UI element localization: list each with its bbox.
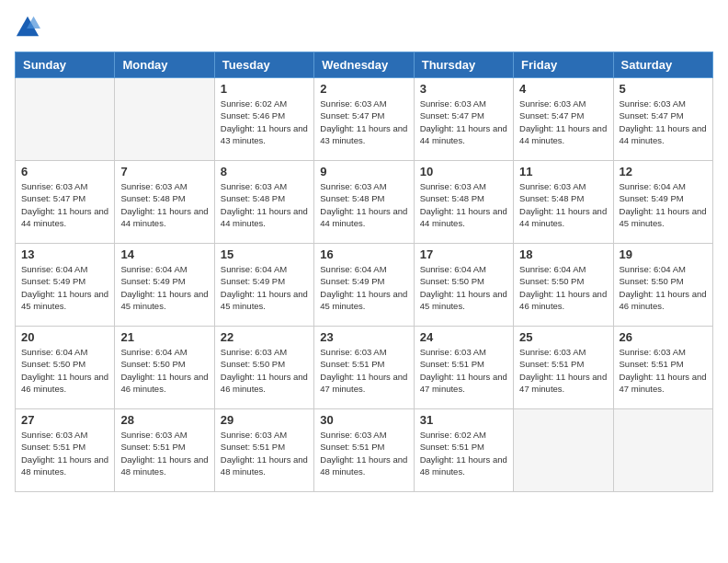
calendar-cell: 18Sunrise: 6:04 AM Sunset: 5:50 PM Dayli…	[514, 244, 613, 327]
day-info: Sunrise: 6:04 AM Sunset: 5:49 PM Dayligh…	[120, 263, 208, 312]
calendar-table: SundayMondayTuesdayWednesdayThursdayFrid…	[15, 52, 713, 492]
calendar-cell: 13Sunrise: 6:04 AM Sunset: 5:49 PM Dayli…	[16, 244, 115, 327]
day-info: Sunrise: 6:03 AM Sunset: 5:48 PM Dayligh…	[120, 180, 208, 229]
column-header-sunday: Sunday	[16, 52, 115, 78]
calendar-cell: 25Sunrise: 6:03 AM Sunset: 5:51 PM Dayli…	[514, 327, 613, 409]
calendar-cell: 21Sunrise: 6:04 AM Sunset: 5:50 PM Dayli…	[115, 327, 214, 409]
day-number: 30	[320, 413, 407, 427]
day-info: Sunrise: 6:03 AM Sunset: 5:47 PM Dayligh…	[519, 98, 607, 146]
week-row-5: 27Sunrise: 6:03 AM Sunset: 5:51 PM Dayli…	[16, 409, 713, 492]
calendar-cell: 30Sunrise: 6:03 AM Sunset: 5:51 PM Dayli…	[314, 409, 414, 492]
calendar-cell	[16, 78, 115, 161]
calendar-cell	[115, 78, 214, 161]
calendar-cell: 5Sunrise: 6:03 AM Sunset: 5:47 PM Daylig…	[613, 78, 712, 161]
day-info: Sunrise: 6:03 AM Sunset: 5:51 PM Dayligh…	[320, 429, 407, 477]
day-number: 8	[221, 165, 308, 178]
day-info: Sunrise: 6:03 AM Sunset: 5:51 PM Dayligh…	[21, 429, 108, 477]
calendar-cell: 7Sunrise: 6:03 AM Sunset: 5:48 PM Daylig…	[115, 161, 214, 244]
calendar-cell	[514, 409, 613, 492]
day-info: Sunrise: 6:03 AM Sunset: 5:47 PM Dayligh…	[620, 98, 707, 146]
day-info: Sunrise: 6:03 AM Sunset: 5:51 PM Dayligh…	[620, 346, 707, 395]
calendar-cell: 26Sunrise: 6:03 AM Sunset: 5:51 PM Dayli…	[613, 327, 712, 409]
day-number: 6	[21, 165, 108, 178]
day-info: Sunrise: 6:02 AM Sunset: 5:51 PM Dayligh…	[420, 429, 507, 477]
day-info: Sunrise: 6:03 AM Sunset: 5:51 PM Dayligh…	[519, 346, 607, 395]
day-info: Sunrise: 6:03 AM Sunset: 5:48 PM Dayligh…	[221, 180, 308, 229]
day-number: 15	[221, 247, 308, 261]
calendar-cell: 3Sunrise: 6:03 AM Sunset: 5:47 PM Daylig…	[414, 78, 513, 161]
calendar-cell: 27Sunrise: 6:03 AM Sunset: 5:51 PM Dayli…	[16, 409, 115, 492]
calendar-cell: 9Sunrise: 6:03 AM Sunset: 5:48 PM Daylig…	[314, 161, 414, 244]
day-info: Sunrise: 6:03 AM Sunset: 5:48 PM Dayligh…	[420, 180, 507, 229]
week-row-4: 20Sunrise: 6:04 AM Sunset: 5:50 PM Dayli…	[16, 327, 713, 409]
calendar-cell: 29Sunrise: 6:03 AM Sunset: 5:51 PM Dayli…	[214, 409, 313, 492]
day-number: 3	[420, 82, 507, 96]
calendar-header-row: SundayMondayTuesdayWednesdayThursdayFrid…	[16, 52, 713, 78]
page-header	[15, 15, 713, 40]
day-number: 7	[120, 165, 208, 178]
calendar-cell: 6Sunrise: 6:03 AM Sunset: 5:47 PM Daylig…	[16, 161, 115, 244]
column-header-wednesday: Wednesday	[314, 52, 414, 78]
day-number: 27	[21, 413, 108, 427]
day-number: 25	[519, 330, 607, 344]
day-info: Sunrise: 6:04 AM Sunset: 5:50 PM Dayligh…	[21, 346, 108, 395]
day-number: 29	[221, 413, 308, 427]
day-info: Sunrise: 6:03 AM Sunset: 5:47 PM Dayligh…	[320, 98, 407, 146]
day-number: 19	[620, 247, 707, 261]
day-info: Sunrise: 6:04 AM Sunset: 5:50 PM Dayligh…	[120, 346, 208, 395]
day-info: Sunrise: 6:04 AM Sunset: 5:50 PM Dayligh…	[420, 263, 507, 312]
calendar-cell: 8Sunrise: 6:03 AM Sunset: 5:48 PM Daylig…	[214, 161, 313, 244]
calendar-cell: 4Sunrise: 6:03 AM Sunset: 5:47 PM Daylig…	[514, 78, 613, 161]
day-number: 22	[221, 330, 308, 344]
day-info: Sunrise: 6:04 AM Sunset: 5:50 PM Dayligh…	[620, 263, 707, 312]
day-number: 2	[320, 82, 407, 96]
calendar-cell: 15Sunrise: 6:04 AM Sunset: 5:49 PM Dayli…	[214, 244, 313, 327]
calendar-cell: 16Sunrise: 6:04 AM Sunset: 5:49 PM Dayli…	[314, 244, 414, 327]
day-number: 14	[120, 247, 208, 261]
calendar-cell: 28Sunrise: 6:03 AM Sunset: 5:51 PM Dayli…	[115, 409, 214, 492]
calendar-cell: 20Sunrise: 6:04 AM Sunset: 5:50 PM Dayli…	[16, 327, 115, 409]
day-info: Sunrise: 6:04 AM Sunset: 5:49 PM Dayligh…	[21, 263, 108, 312]
day-info: Sunrise: 6:03 AM Sunset: 5:51 PM Dayligh…	[221, 429, 308, 477]
day-number: 4	[519, 82, 607, 96]
day-number: 1	[221, 82, 308, 96]
day-number: 5	[620, 82, 707, 96]
calendar-body: 1Sunrise: 6:02 AM Sunset: 5:46 PM Daylig…	[16, 78, 713, 492]
week-row-1: 1Sunrise: 6:02 AM Sunset: 5:46 PM Daylig…	[16, 78, 713, 161]
day-info: Sunrise: 6:04 AM Sunset: 5:49 PM Dayligh…	[320, 263, 407, 312]
day-info: Sunrise: 6:03 AM Sunset: 5:50 PM Dayligh…	[221, 346, 308, 395]
day-number: 20	[21, 330, 108, 344]
day-number: 24	[420, 330, 507, 344]
calendar-cell: 22Sunrise: 6:03 AM Sunset: 5:50 PM Dayli…	[214, 327, 313, 409]
day-number: 10	[420, 165, 507, 178]
calendar-cell: 2Sunrise: 6:03 AM Sunset: 5:47 PM Daylig…	[314, 78, 414, 161]
day-number: 18	[519, 247, 607, 261]
calendar-cell: 17Sunrise: 6:04 AM Sunset: 5:50 PM Dayli…	[414, 244, 513, 327]
day-info: Sunrise: 6:02 AM Sunset: 5:46 PM Dayligh…	[221, 98, 308, 146]
calendar-cell: 10Sunrise: 6:03 AM Sunset: 5:48 PM Dayli…	[414, 161, 513, 244]
day-number: 11	[519, 165, 607, 178]
week-row-3: 13Sunrise: 6:04 AM Sunset: 5:49 PM Dayli…	[16, 244, 713, 327]
calendar-cell: 12Sunrise: 6:04 AM Sunset: 5:49 PM Dayli…	[613, 161, 712, 244]
calendar-cell: 19Sunrise: 6:04 AM Sunset: 5:50 PM Dayli…	[613, 244, 712, 327]
calendar-cell: 24Sunrise: 6:03 AM Sunset: 5:51 PM Dayli…	[414, 327, 513, 409]
day-number: 28	[120, 413, 208, 427]
logo	[15, 15, 44, 40]
day-number: 31	[420, 413, 507, 427]
column-header-friday: Friday	[514, 52, 613, 78]
day-info: Sunrise: 6:03 AM Sunset: 5:51 PM Dayligh…	[120, 429, 208, 477]
day-number: 12	[620, 165, 707, 178]
day-info: Sunrise: 6:04 AM Sunset: 5:49 PM Dayligh…	[620, 180, 707, 229]
calendar-cell: 11Sunrise: 6:03 AM Sunset: 5:48 PM Dayli…	[514, 161, 613, 244]
day-info: Sunrise: 6:03 AM Sunset: 5:48 PM Dayligh…	[320, 180, 407, 229]
calendar-cell: 14Sunrise: 6:04 AM Sunset: 5:49 PM Dayli…	[115, 244, 214, 327]
day-number: 21	[120, 330, 208, 344]
logo-icon	[15, 15, 40, 40]
day-number: 13	[21, 247, 108, 261]
day-info: Sunrise: 6:03 AM Sunset: 5:48 PM Dayligh…	[519, 180, 607, 229]
week-row-2: 6Sunrise: 6:03 AM Sunset: 5:47 PM Daylig…	[16, 161, 713, 244]
day-number: 9	[320, 165, 407, 178]
calendar-cell: 1Sunrise: 6:02 AM Sunset: 5:46 PM Daylig…	[214, 78, 313, 161]
calendar-cell: 23Sunrise: 6:03 AM Sunset: 5:51 PM Dayli…	[314, 327, 414, 409]
day-info: Sunrise: 6:04 AM Sunset: 5:50 PM Dayligh…	[519, 263, 607, 312]
